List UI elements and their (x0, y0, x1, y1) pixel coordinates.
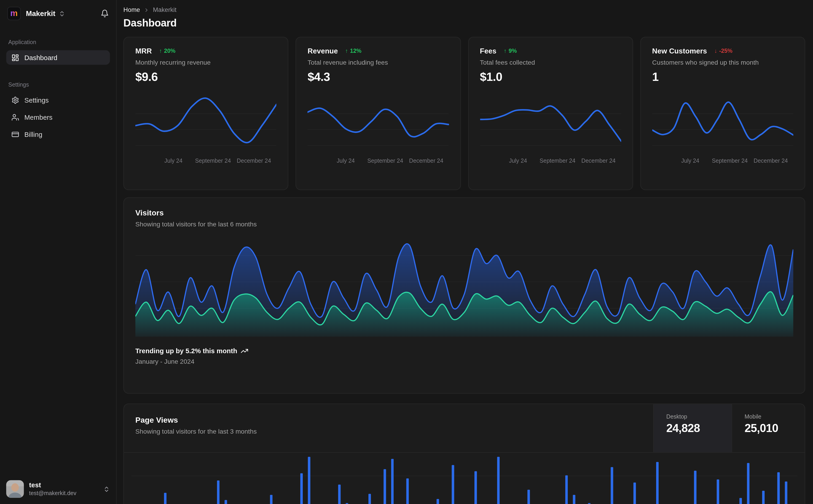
stat-description: Monthly recurring revenue (135, 59, 277, 66)
toggle-desktop[interactable]: Desktop 24,828 (654, 404, 732, 452)
mrr-sparkline-chart (135, 92, 277, 153)
x-tick: July 24 (509, 157, 527, 164)
fees-sparkline-chart (480, 92, 621, 153)
stat-delta-value: 20% (164, 48, 175, 54)
trend-arrow-icon: ↑ (159, 48, 162, 54)
stat-title: MRR (135, 47, 152, 55)
workspace-name: Makerkit (26, 9, 55, 18)
stat-delta-badge: ↑ 12% (345, 48, 361, 54)
stat-card-fees: Fees ↑ 9% Total fees collected $1.0 July… (468, 37, 633, 190)
stat-delta-badge: ↑ 9% (504, 48, 517, 54)
page-views-subtitle: Showing total visitors for the last 3 mo… (135, 428, 642, 435)
x-tick: December 24 (581, 157, 616, 164)
sidebar-item-label: Settings (24, 96, 49, 104)
sidebar-nav: Application Dashboard Settings Settings (0, 20, 116, 141)
nav-section-settings: Settings (8, 81, 108, 88)
x-tick: December 24 (237, 157, 271, 164)
x-tick: September 24 (367, 157, 403, 164)
users-icon (11, 113, 19, 121)
x-tick: July 24 (337, 157, 355, 164)
stat-delta-badge: ↑ 20% (159, 48, 175, 54)
x-tick: July 24 (164, 157, 182, 164)
sidebar-item-label: Members (24, 113, 53, 121)
workspace-selector[interactable]: m Makerkit (0, 0, 116, 20)
stat-delta-value: 9% (509, 48, 517, 54)
x-axis-ticks: July 24 September 24 December 24 (480, 156, 621, 167)
sidebar-item-members[interactable]: Members (6, 110, 110, 124)
x-tick: September 24 (539, 157, 575, 164)
x-axis-ticks: July 24 September 24 December 24 (308, 156, 449, 167)
x-tick: September 24 (712, 157, 748, 164)
main-content: Home Makerkit Dashboard MRR ↑ 20% Monthl… (117, 0, 813, 504)
page-views-bar-chart (131, 453, 797, 504)
sidebar-item-label: Dashboard (24, 54, 57, 61)
revenue-sparkline-chart (308, 92, 449, 153)
stat-delta-value: 12% (350, 48, 362, 54)
sidebar-item-settings[interactable]: Settings (6, 93, 110, 107)
gear-icon (11, 96, 19, 104)
breadcrumb: Home Makerkit (123, 6, 805, 13)
x-tick: December 24 (409, 157, 443, 164)
chevrons-up-down-icon (103, 486, 110, 492)
layout-dashboard-icon (11, 54, 19, 61)
sidebar-item-dashboard[interactable]: Dashboard (6, 50, 110, 65)
stat-card-revenue: Revenue ↑ 12% Total revenue including fe… (296, 37, 461, 190)
chevron-right-icon (144, 7, 149, 13)
visitors-date-range: January - June 2024 (135, 358, 793, 365)
bell-icon[interactable] (101, 9, 109, 18)
stat-value: $4.3 (308, 70, 449, 84)
stat-description: Customers who signed up this month (652, 59, 793, 66)
stat-cards-row: MRR ↑ 20% Monthly recurring revenue $9.6… (123, 37, 805, 190)
stat-description: Total revenue including fees (308, 59, 449, 66)
stat-value: $1.0 (480, 70, 621, 84)
chevrons-up-down-icon[interactable] (58, 10, 65, 17)
x-axis-ticks: July 24 September 24 December 24 (135, 156, 277, 167)
visitors-area-chart (135, 235, 793, 337)
page-views-header: Page Views Showing total visitors for th… (124, 404, 805, 453)
user-email: test@makerkit.dev (29, 489, 76, 497)
dashboard-app: m Makerkit Application Dashboard Setting (0, 0, 813, 504)
stat-title: New Customers (652, 47, 707, 55)
trend-arrow-icon: ↓ (714, 48, 717, 54)
new-customers-sparkline-chart (652, 92, 793, 153)
sidebar-item-billing[interactable]: Billing (6, 127, 110, 141)
stat-description: Total fees collected (480, 59, 621, 66)
page-views-title: Page Views (135, 415, 642, 424)
page-views-card: Page Views Showing total visitors for th… (123, 403, 805, 504)
stat-value: 1 (652, 70, 793, 84)
user-name: test (29, 481, 76, 490)
toggle-label: Mobile (745, 413, 805, 419)
toggle-mobile[interactable]: Mobile 25,010 (732, 404, 805, 452)
x-axis-ticks: July 24 September 24 December 24 (652, 156, 793, 167)
stat-delta-value: -25% (719, 48, 733, 54)
trending-up-icon (241, 347, 249, 355)
x-tick: July 24 (681, 157, 699, 164)
visitors-title: Visitors (135, 208, 793, 217)
user-menu[interactable]: test test@makerkit.dev (0, 475, 116, 504)
trend-arrow-icon: ↑ (504, 48, 506, 54)
stat-title: Fees (480, 47, 496, 55)
sidebar: m Makerkit Application Dashboard Setting (0, 0, 117, 504)
breadcrumb-current: Makerkit (153, 6, 176, 13)
stat-card-mrr: MRR ↑ 20% Monthly recurring revenue $9.6… (123, 37, 289, 190)
sidebar-item-label: Billing (24, 130, 43, 138)
x-tick: December 24 (754, 157, 788, 164)
page-title: Dashboard (123, 17, 805, 29)
visitors-subtitle: Showing total visitors for the last 6 mo… (135, 221, 793, 228)
credit-card-icon (11, 130, 19, 138)
visitors-card: Visitors Showing total visitors for the … (123, 197, 805, 394)
avatar (6, 480, 24, 498)
breadcrumb-home-link[interactable]: Home (123, 6, 140, 13)
stat-value: $9.6 (135, 70, 277, 84)
visitors-footer: Trending up by 5.2% this month January -… (135, 347, 793, 365)
stat-title: Revenue (308, 47, 338, 55)
toggle-value: 24,828 (666, 422, 732, 435)
toggle-label: Desktop (666, 413, 732, 419)
logo-letter: m (10, 9, 18, 18)
nav-section-application: Application (8, 39, 108, 45)
stat-card-new-customers: New Customers ↓ -25% Customers who signe… (640, 37, 805, 190)
stat-delta-badge: ↓ -25% (714, 48, 733, 54)
makerkit-logo: m (7, 7, 21, 20)
x-tick: September 24 (195, 157, 231, 164)
toggle-value: 25,010 (745, 422, 805, 435)
